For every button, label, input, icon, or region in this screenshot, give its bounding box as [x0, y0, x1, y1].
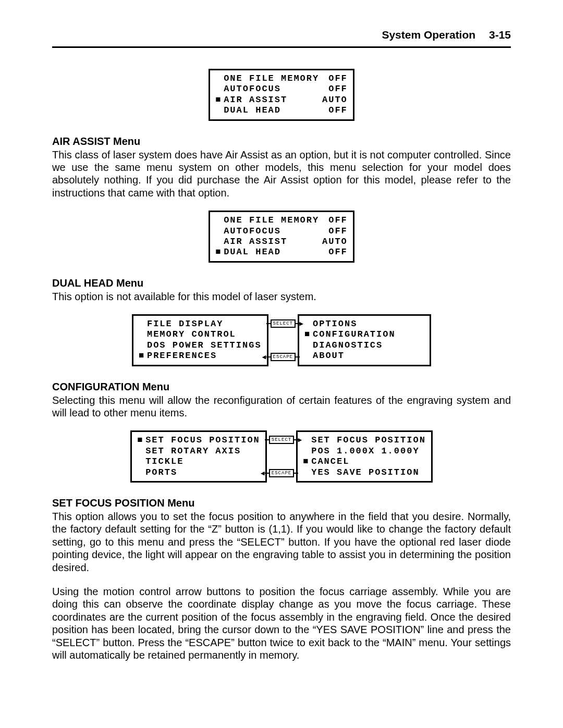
lcd-row: SET ROTARY AXIS: [137, 446, 260, 456]
lcd-dual-head: ONE FILE MEMORY OFF AUTOFOCUS OFF AIR AS…: [209, 211, 354, 263]
row-label: POS 1.000X 1.000Y: [311, 446, 419, 456]
row-marker: ■: [139, 351, 144, 361]
lcd-focus-pair: ■SET FOCUS POSITION SET ROTARY AXIS TICK…: [52, 430, 511, 483]
page-header: System Operation 3-15: [52, 29, 511, 41]
lcd-config-pair: FILE DISPLAY MEMORY CONTROL DOS POWER SE…: [52, 314, 511, 366]
row-label: CONFIGURATION: [313, 329, 396, 340]
text-configuration: Selecting this menu will allow the recon…: [52, 394, 511, 419]
heading-dual-head: DUAL HEAD Menu: [52, 277, 511, 289]
row-label: AIR ASSIST: [224, 237, 287, 247]
select-button-label: SELECT: [272, 437, 291, 442]
text-dual-head: This option is not available for this mo…: [52, 290, 511, 303]
row-marker: ■: [304, 329, 310, 340]
lcd-row: DIAGNOSTICS: [304, 340, 424, 351]
heading-configuration: CONFIGURATION Menu: [52, 381, 511, 393]
row-label: DUAL HEAD: [224, 105, 281, 116]
arrow-right-icon: ▶: [299, 319, 304, 328]
lcd-row: PORTS: [137, 467, 260, 478]
row-label: SET ROTARY AXIS: [145, 446, 241, 456]
row-label: PREFERENCES: [147, 351, 217, 361]
page-number: 3-15: [489, 29, 511, 41]
button-column: SELECT ▶ ESCAPE ◀: [269, 436, 294, 477]
lcd-row: ■PREFERENCES: [139, 351, 262, 361]
arrow-right-icon: ▶: [298, 436, 302, 444]
text-air-assist: This class of laser system does have Air…: [52, 149, 511, 200]
heading-air-assist: AIR ASSIST Menu: [52, 135, 511, 147]
lcd-focus-right: SET FOCUS POSITION POS 1.000X 1.000Y ■CA…: [296, 430, 433, 483]
row-label: AIR ASSIST: [224, 95, 287, 105]
lcd-row: OPTIONS: [304, 319, 424, 329]
button-column: SELECT ▶ ESCAPE ◀: [271, 319, 296, 361]
escape-button-label: ESCAPE: [273, 354, 293, 360]
lcd-row: ■DUAL HEAD OFF: [215, 247, 348, 257]
row-label: TICKLE: [145, 456, 183, 467]
row-label: AUTOFOCUS: [224, 226, 281, 237]
row-value: AUTO: [322, 95, 348, 105]
header-rule: [52, 46, 511, 48]
lcd-row: DUAL HEAD OFF: [215, 105, 348, 116]
row-marker: ■: [215, 247, 221, 257]
lcd-row: ■CONFIGURATION: [304, 329, 424, 340]
lcd-row: AUTOFOCUS OFF: [215, 226, 348, 237]
row-label: DOS POWER SETTINGS: [147, 340, 262, 351]
row-value: OFF: [328, 73, 348, 84]
heading-set-focus: SET FOCUS POSITION Menu: [52, 497, 511, 509]
escape-button-label: ESCAPE: [272, 471, 291, 476]
select-button[interactable]: SELECT ▶: [269, 436, 294, 444]
lcd-focus-left: ■SET FOCUS POSITION SET ROTARY AXIS TICK…: [130, 430, 267, 483]
arrow-left-icon: ◀: [262, 353, 267, 361]
row-label: ONE FILE MEMORY: [224, 73, 319, 84]
row-value: OFF: [328, 226, 348, 237]
row-marker: ■: [303, 456, 308, 467]
text-set-focus-1: This option allows you to set the focus …: [52, 510, 511, 574]
header-title: System Operation: [382, 29, 475, 41]
page: System Operation 3-15 ONE FILE MEMORY OF…: [0, 0, 563, 728]
lcd-dual-head-wrap: ONE FILE MEMORY OFF AUTOFOCUS OFF AIR AS…: [52, 211, 511, 263]
select-button-label: SELECT: [273, 321, 293, 326]
lcd-row: POS 1.000X 1.000Y: [303, 446, 426, 456]
row-value: OFF: [328, 247, 348, 257]
lcd-row: MEMORY CONTROL: [139, 329, 262, 340]
lcd-row: ■CANCEL: [303, 456, 426, 467]
select-button[interactable]: SELECT ▶: [271, 319, 296, 328]
row-label: DUAL HEAD: [224, 247, 281, 257]
lcd-row: ■SET FOCUS POSITION: [137, 435, 260, 446]
row-label: SET FOCUS POSITION: [145, 435, 260, 446]
lcd-row: ONE FILE MEMORY OFF: [215, 73, 348, 84]
arrow-left-icon: ◀: [261, 469, 265, 477]
row-value: OFF: [328, 105, 348, 116]
text-set-focus-2: Using the motion control arrow buttons t…: [52, 585, 511, 661]
row-label: DIAGNOSTICS: [313, 340, 383, 351]
row-value: OFF: [328, 84, 348, 94]
row-label: CANCEL: [311, 456, 349, 467]
row-label: YES SAVE POSITION: [311, 467, 419, 478]
lcd-row: AUTOFOCUS OFF: [215, 84, 348, 94]
lcd-row: DOS POWER SETTINGS: [139, 340, 262, 351]
lcd-config-right: OPTIONS ■CONFIGURATION DIAGNOSTICS ABOUT: [298, 314, 431, 366]
row-marker: ■: [137, 435, 142, 446]
lcd-row: FILE DISPLAY: [139, 319, 262, 329]
lcd-config-left: FILE DISPLAY MEMORY CONTROL DOS POWER SE…: [132, 314, 268, 366]
row-label: MEMORY CONTROL: [147, 329, 236, 340]
escape-button[interactable]: ESCAPE ◀: [271, 353, 296, 361]
row-label: AUTOFOCUS: [224, 84, 281, 94]
row-label: FILE DISPLAY: [147, 319, 223, 329]
lcd-row: SET FOCUS POSITION: [303, 435, 426, 446]
row-label: ONE FILE MEMORY: [224, 215, 319, 226]
row-marker: ■: [215, 95, 221, 105]
lcd-air-assist: ONE FILE MEMORY OFF AUTOFOCUS OFF ■AIR A…: [209, 69, 354, 121]
row-value: OFF: [328, 215, 348, 226]
lcd-row: ONE FILE MEMORY OFF: [215, 215, 348, 226]
lcd-row: TICKLE: [137, 456, 260, 467]
lcd-row: ■AIR ASSIST AUTO: [215, 95, 348, 105]
lcd-row: YES SAVE POSITION: [303, 467, 426, 478]
row-label: PORTS: [145, 467, 177, 478]
lcd-row: ABOUT: [304, 351, 424, 361]
row-label: OPTIONS: [313, 319, 357, 329]
lcd-row: AIR ASSIST AUTO: [215, 237, 348, 247]
row-label: ABOUT: [313, 351, 345, 361]
lcd-air-assist-wrap: ONE FILE MEMORY OFF AUTOFOCUS OFF ■AIR A…: [52, 69, 511, 121]
row-value: AUTO: [322, 237, 348, 247]
row-label: SET FOCUS POSITION: [311, 435, 426, 446]
escape-button[interactable]: ESCAPE ◀: [269, 469, 294, 477]
